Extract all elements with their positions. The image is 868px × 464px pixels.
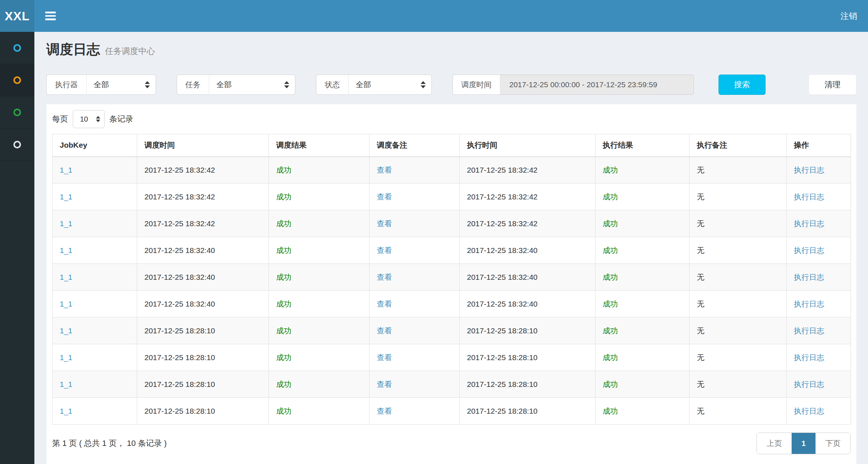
handle-time: 2017-12-25 18:32:42 [467,219,538,228]
next-page-button[interactable]: 下页 [816,433,850,454]
per-page-select[interactable]: 10 [73,110,105,128]
current-page-button[interactable]: 1 [792,433,816,454]
trigger-msg-link[interactable]: 查看 [377,380,392,388]
jobkey-link[interactable]: 1_1 [60,193,72,201]
trigger-time-cell: 2017-12-25 18:32:42 [137,184,269,210]
table-row: 1_12017-12-25 18:32:42成功查看2017-12-25 18:… [52,184,851,210]
executor-select[interactable]: 全部 [87,75,156,95]
logout-link[interactable]: 注销 [840,10,857,22]
handle-time-cell: 2017-12-25 18:28:10 [460,398,595,425]
select-arrows-icon [284,81,289,88]
exec-log-link[interactable]: 执行日志 [794,380,824,388]
trigger-msg-link[interactable]: 查看 [377,166,392,174]
jobkey-link[interactable]: 1_1 [60,407,72,415]
sidebar-menu-item-3[interactable] [0,96,34,128]
trigger-time-cell: 2017-12-25 18:32:42 [137,210,269,237]
trigger-time-cell: 2017-12-25 18:32:40 [137,237,269,264]
handle-time-cell: 2017-12-25 18:32:42 [460,210,595,237]
exec-log-link[interactable]: 执行日志 [794,273,824,281]
handle-result: 成功 [603,353,618,362]
handle-msg-cell: 无 [690,291,787,317]
trigger-result: 成功 [276,246,291,254]
handle-time-cell: 2017-12-25 18:32:40 [460,237,595,264]
handle-result-cell: 成功 [595,237,690,264]
sidebar-menu [0,32,34,464]
trigger-msg-link-cell: 查看 [370,344,460,371]
sidebar-menu-item-2[interactable] [0,64,34,96]
sidebar-menu-item-4[interactable] [0,128,34,161]
time-range-input[interactable]: 2017-12-25 00:00:00 - 2017-12-25 23:59:5… [500,75,694,95]
column-header-3: 调度备注 [370,134,460,157]
app-logo[interactable]: XXL [0,0,34,32]
page-header: 调度日志 任务调度中心 [46,41,856,61]
trigger-msg-link[interactable]: 查看 [377,353,392,362]
executor-filter-label: 执行器 [46,75,87,95]
jobkey-link[interactable]: 1_1 [60,326,72,335]
trigger-msg-link[interactable]: 查看 [377,219,392,228]
trigger-msg-link[interactable]: 查看 [377,300,392,308]
handle-msg-cell: 无 [690,398,787,425]
trigger-result: 成功 [276,407,291,415]
trigger-time: 2017-12-25 18:32:40 [144,246,215,254]
exec-log-link[interactable]: 执行日志 [794,407,824,415]
exec-log-link-cell: 执行日志 [787,184,851,210]
trigger-msg-link[interactable]: 查看 [377,326,392,335]
jobkey-link[interactable]: 1_1 [60,246,72,254]
trigger-result: 成功 [276,273,291,281]
handle-result: 成功 [603,166,618,174]
exec-log-link[interactable]: 执行日志 [794,246,824,254]
job-filter-group: 任务 全部 [177,75,295,95]
status-filter-group: 状态 全部 [316,75,432,95]
handle-result: 成功 [603,407,618,415]
jobkey-link[interactable]: 1_1 [60,380,72,388]
exec-log-link[interactable]: 执行日志 [794,193,824,201]
jobkey-link[interactable]: 1_1 [60,353,72,362]
trigger-time-cell: 2017-12-25 18:28:10 [137,398,269,425]
exec-log-link[interactable]: 执行日志 [794,300,824,308]
clear-button[interactable]: 清理 [809,75,856,95]
jobkey-link[interactable]: 1_1 [60,219,72,228]
trigger-msg-link[interactable]: 查看 [377,246,392,254]
trigger-result-cell: 成功 [269,264,370,291]
trigger-result: 成功 [276,353,291,362]
handle-result: 成功 [603,193,618,201]
table-row: 1_12017-12-25 18:28:10成功查看2017-12-25 18:… [52,317,851,344]
exec-log-link[interactable]: 执行日志 [794,326,824,335]
table-row: 1_12017-12-25 18:32:42成功查看2017-12-25 18:… [52,157,851,184]
table-body: 1_12017-12-25 18:32:42成功查看2017-12-25 18:… [52,157,851,425]
handle-msg: 无 [697,407,704,415]
handle-result-cell: 成功 [595,184,690,210]
prev-page-button[interactable]: 上页 [757,433,792,454]
exec-log-link[interactable]: 执行日志 [794,353,824,362]
table-row: 1_12017-12-25 18:32:40成功查看2017-12-25 18:… [52,291,851,317]
jobkey-link[interactable]: 1_1 [60,300,72,308]
menu-toggle-icon[interactable] [45,9,56,23]
trigger-time: 2017-12-25 18:32:40 [144,300,215,308]
table-row: 1_12017-12-25 18:28:10成功查看2017-12-25 18:… [52,344,851,371]
exec-log-link-cell: 执行日志 [787,291,851,317]
exec-log-link[interactable]: 执行日志 [794,219,824,228]
trigger-msg-link[interactable]: 查看 [377,193,392,201]
trigger-time-cell: 2017-12-25 18:32:40 [137,291,269,317]
handle-msg: 无 [697,353,704,362]
handle-result-cell: 成功 [595,398,690,425]
handle-time-cell: 2017-12-25 18:28:10 [460,344,595,371]
sidebar-menu-item-1[interactable] [0,32,34,64]
status-select[interactable]: 全部 [349,75,432,95]
trigger-result: 成功 [276,380,291,388]
job-select[interactable]: 全部 [209,75,295,95]
jobkey-link-cell: 1_1 [52,264,137,291]
jobkey-link[interactable]: 1_1 [60,166,72,174]
handle-result: 成功 [603,219,618,228]
exec-log-link-cell: 执行日志 [787,317,851,344]
trigger-msg-link[interactable]: 查看 [377,407,392,415]
trigger-msg-link[interactable]: 查看 [377,273,392,281]
handle-time: 2017-12-25 18:32:40 [467,273,538,281]
table-row: 1_12017-12-25 18:28:10成功查看2017-12-25 18:… [52,371,851,398]
table-row: 1_12017-12-25 18:32:42成功查看2017-12-25 18:… [52,210,851,237]
search-button[interactable]: 搜索 [719,75,766,95]
exec-log-link[interactable]: 执行日志 [794,166,824,174]
trigger-msg-link-cell: 查看 [370,184,460,210]
column-header-2: 调度结果 [269,134,370,157]
jobkey-link[interactable]: 1_1 [60,273,72,281]
